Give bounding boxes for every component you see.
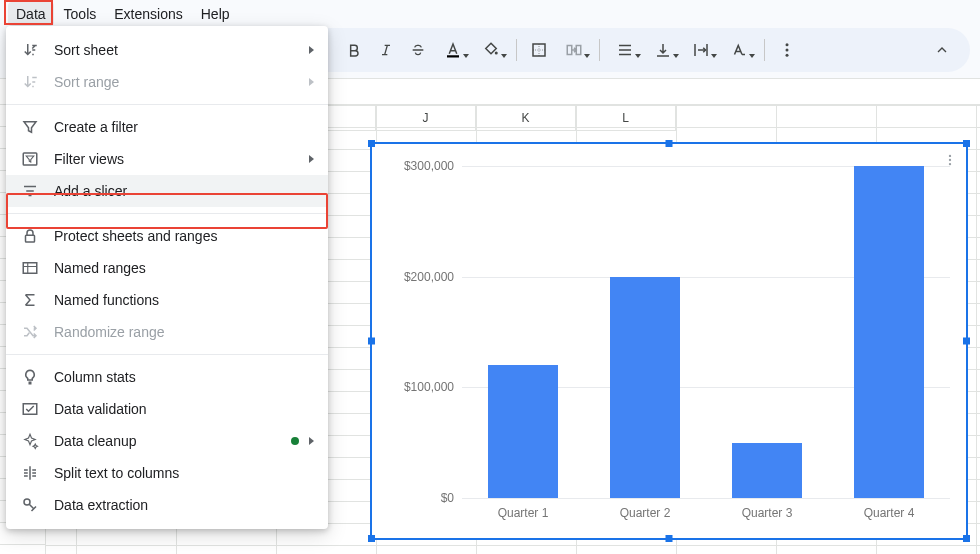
valign-button[interactable]	[646, 36, 680, 64]
menu-named-functions[interactable]: Named functions	[6, 284, 328, 316]
submenu-arrow-icon	[309, 155, 314, 163]
merge-icon	[565, 41, 583, 59]
svg-rect-10	[26, 235, 35, 242]
menu-label: Create a filter	[54, 119, 314, 135]
y-axis-label: $100,000	[404, 380, 462, 394]
menu-data-validation[interactable]: Data validation	[6, 393, 328, 425]
menu-label: Named ranges	[54, 260, 314, 276]
halign-icon	[616, 41, 634, 59]
x-axis-label: Quarter 3	[732, 506, 802, 520]
svg-point-13	[24, 499, 30, 505]
svg-point-3	[786, 43, 789, 46]
resize-handle[interactable]	[963, 338, 970, 345]
menu-column-stats[interactable]: Column stats	[6, 361, 328, 393]
svg-rect-11	[23, 263, 37, 274]
text-color-button[interactable]	[436, 36, 470, 64]
wrap-button[interactable]	[684, 36, 718, 64]
menu-randomize: Randomize range	[6, 316, 328, 348]
bold-button[interactable]	[340, 36, 368, 64]
menu-label: Data validation	[54, 401, 314, 417]
menu-label: Sort sheet	[54, 42, 309, 58]
extraction-icon	[20, 495, 40, 515]
resize-handle[interactable]	[666, 535, 673, 542]
menu-filter-views[interactable]: Filter views	[6, 143, 328, 175]
svg-point-4	[786, 49, 789, 52]
lightbulb-icon	[20, 367, 40, 387]
toolbar-divider	[764, 39, 765, 61]
split-icon	[20, 463, 40, 483]
menu-separator	[6, 104, 328, 105]
borders-button[interactable]	[525, 36, 553, 64]
rotation-button[interactable]	[722, 36, 756, 64]
menu-label: Data extraction	[54, 497, 314, 513]
chart-bar[interactable]	[488, 365, 558, 498]
menu-separator	[6, 354, 328, 355]
menu-label: Data cleanup	[54, 433, 291, 449]
filter-icon	[20, 117, 40, 137]
menu-protect[interactable]: Protect sheets and ranges	[6, 220, 328, 252]
validation-icon	[20, 399, 40, 419]
menubar-data[interactable]: Data	[8, 2, 54, 26]
menubar-extensions[interactable]: Extensions	[106, 2, 190, 26]
valign-icon	[654, 41, 672, 59]
halign-button[interactable]	[608, 36, 642, 64]
menu-data-cleanup[interactable]: Data cleanup	[6, 425, 328, 457]
toolbar-divider	[516, 39, 517, 61]
filter-views-icon	[20, 149, 40, 169]
fill-color-icon	[482, 41, 500, 59]
strikethrough-button[interactable]	[404, 36, 432, 64]
menu-named-ranges[interactable]: Named ranges	[6, 252, 328, 284]
svg-rect-9	[23, 153, 37, 165]
text-color-icon	[444, 41, 462, 59]
resize-handle[interactable]	[368, 535, 375, 542]
chart-object[interactable]: $0$100,000$200,000$300,000 Quarter 1Quar…	[370, 142, 968, 540]
named-ranges-icon	[20, 258, 40, 278]
more-button[interactable]	[773, 36, 801, 64]
menu-create-filter[interactable]: Create a filter	[6, 111, 328, 143]
italic-button[interactable]	[372, 36, 400, 64]
lock-icon	[20, 226, 40, 246]
resize-handle[interactable]	[963, 535, 970, 542]
bold-icon	[346, 42, 362, 58]
sort-sheet-icon	[20, 40, 40, 60]
svg-point-5	[786, 54, 789, 57]
resize-handle[interactable]	[963, 140, 970, 147]
shuffle-icon	[20, 322, 40, 342]
row-header[interactable]	[0, 545, 46, 554]
resize-handle[interactable]	[368, 338, 375, 345]
chart-bar[interactable]	[854, 166, 924, 498]
resize-handle[interactable]	[666, 140, 673, 147]
chart-plot-area: $0$100,000$200,000$300,000 Quarter 1Quar…	[382, 154, 956, 528]
menu-data-extraction[interactable]: Data extraction	[6, 489, 328, 521]
svg-rect-2	[533, 44, 545, 56]
menubar-help[interactable]: Help	[193, 2, 238, 26]
merge-button[interactable]	[557, 36, 591, 64]
chevron-up-icon	[934, 42, 950, 58]
borders-icon	[530, 41, 548, 59]
italic-icon	[378, 42, 394, 58]
fill-color-button[interactable]	[474, 36, 508, 64]
sigma-icon	[20, 290, 40, 310]
menu-label: Split text to columns	[54, 465, 314, 481]
chart-bar[interactable]	[732, 443, 802, 498]
menu-sort-sheet[interactable]: Sort sheet	[6, 34, 328, 66]
menu-add-slicer[interactable]: Add a slicer	[6, 175, 328, 207]
toolbar-divider	[599, 39, 600, 61]
menu-label: Column stats	[54, 369, 314, 385]
resize-handle[interactable]	[368, 140, 375, 147]
menubar-tools[interactable]: Tools	[56, 2, 105, 26]
menu-split-text[interactable]: Split text to columns	[6, 457, 328, 489]
y-axis-label: $0	[441, 491, 462, 505]
collapse-toolbar-button[interactable]	[928, 36, 956, 64]
menu-separator	[6, 213, 328, 214]
more-vert-icon	[778, 41, 796, 59]
rotation-icon	[730, 41, 748, 59]
sort-range-icon	[20, 72, 40, 92]
y-axis-label: $300,000	[404, 159, 462, 173]
sparkle-icon	[20, 431, 40, 451]
menu-label: Randomize range	[54, 324, 314, 340]
submenu-arrow-icon	[309, 437, 314, 445]
menubar: Data Tools Extensions Help	[0, 0, 980, 28]
menu-label: Named functions	[54, 292, 314, 308]
chart-bar[interactable]	[610, 277, 680, 498]
